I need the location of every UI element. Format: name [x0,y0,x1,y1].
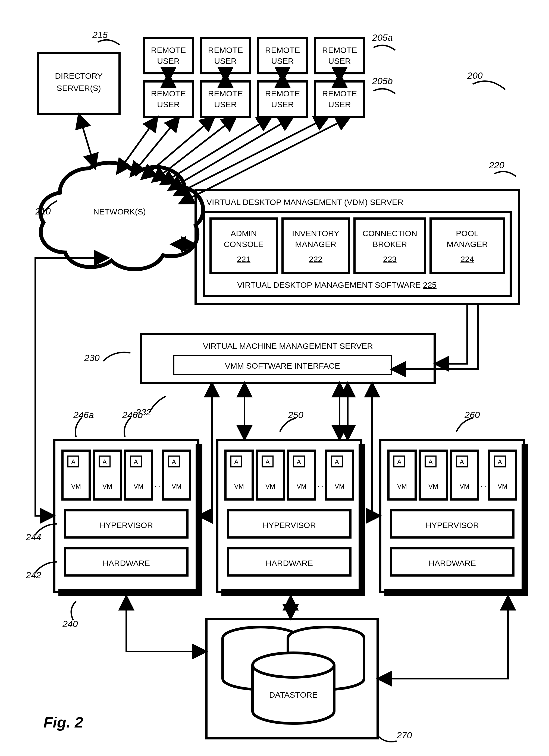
svg-rect-15 [315,81,364,117]
svg-text:USER: USER [157,56,179,65]
svg-text:· ·: · · [154,481,161,490]
svg-text:REMOTE: REMOTE [265,89,300,98]
pc-240 [54,440,202,596]
pc-250-text: AVM AVM AVM AVM · · HYPERVISOR HARDWARE [234,458,345,568]
svg-text:USER: USER [271,100,294,109]
svg-text:VM: VM [265,483,275,490]
svg-text:REMOTE: REMOTE [208,89,243,98]
remote-users-row1-text: REMOTEUSER REMOTEUSER REMOTEUSER REMOTEU… [151,46,357,65]
ref-224: 224 [460,255,474,264]
svg-text:VM: VM [397,483,407,490]
svg-rect-97 [380,440,524,592]
svg-text:A: A [71,458,75,466]
svg-rect-3 [315,38,364,73]
svg-text:VM: VM [335,483,345,490]
ref-210: 210 [35,206,51,216]
svg-text:A: A [335,458,339,466]
svg-rect-2 [258,38,307,73]
svg-rect-76 [225,451,252,499]
svg-text:ADMIN: ADMIN [230,229,257,238]
ref-250: 250 [288,410,304,420]
svg-rect-73 [217,440,361,592]
svg-text:USER: USER [328,100,351,109]
svg-text:HARDWARE: HARDWARE [103,559,150,568]
svg-rect-49 [54,440,198,592]
ref-246a: 246a [73,410,94,420]
ref-225: 225 [423,280,437,289]
pc-240-text: AVM AVM AVM AVM · · HYPERVISOR HARDWARE [71,458,181,568]
svg-text:A: A [428,458,433,466]
svg-rect-106 [489,451,516,499]
svg-text:A: A [460,458,464,466]
svg-text:USER: USER [328,56,351,65]
svg-rect-54 [94,451,121,499]
svg-rect-13 [201,81,250,117]
ref-270: 270 [396,730,412,740]
svg-text:VM: VM [460,483,469,490]
ref-223: 223 [383,255,397,264]
svg-point-126 [252,653,334,677]
svg-text:A: A [102,458,107,466]
svg-text:A: A [234,458,238,466]
svg-text:REMOTE: REMOTE [151,89,186,98]
svg-text:HARDWARE: HARDWARE [266,559,313,568]
svg-text:MANAGER: MANAGER [447,240,488,249]
svg-rect-0 [144,38,193,73]
directory-label: DIRECTORY [55,71,103,80]
svg-rect-51 [195,444,202,596]
svg-line-32 [152,117,236,182]
svg-text:· ·: · · [480,481,487,490]
svg-text:A: A [134,458,138,466]
link-cloud-pc1 [35,258,109,516]
ref-260: 260 [464,410,480,420]
lead-230 [103,352,130,361]
lead-200 [473,81,505,90]
svg-rect-104 [451,451,478,499]
svg-rect-75 [359,444,365,596]
svg-rect-98 [384,589,528,596]
pc-250 [217,440,365,596]
ref-215: 215 [92,30,108,40]
lead-232 [149,396,166,413]
svg-rect-102 [420,451,447,499]
networks-label: NETWORK(S) [93,207,146,216]
ref-246b: 246b [122,410,143,420]
ref-222: 222 [309,255,323,264]
svg-text:A: A [498,458,502,466]
vdm-title: VIRTUAL DESKTOP MANAGEMENT (VDM) SERVER [206,198,403,207]
svg-text:VM: VM [297,483,307,490]
svg-rect-80 [288,451,315,499]
svg-text:MANAGER: MANAGER [295,240,336,249]
svg-text:VM: VM [71,483,81,490]
svg-rect-1 [201,38,250,73]
svg-text:HYPERVISOR: HYPERVISOR [426,521,479,530]
ref-205b: 205b [372,76,393,86]
vmmsi-label: VMM SOFTWARE INTERFACE [225,361,340,370]
svg-text:A: A [297,458,301,466]
svg-text:A: A [265,458,270,466]
figure-caption: Fig. 2 [43,714,83,731]
lead-215 [98,40,119,45]
svg-text:VM: VM [498,483,507,490]
vdm-module-labels: ADMINCONSOLE 221 INVENTORYMANAGER 222 CO… [224,229,488,264]
svg-line-34 [168,117,294,190]
svg-rect-99 [522,444,528,596]
ref-244: 244 [26,532,41,542]
svg-text:VM: VM [428,483,438,490]
svg-text:HYPERVISOR: HYPERVISOR [100,521,153,530]
ref-221: 221 [237,255,250,264]
svg-rect-52 [62,451,90,499]
svg-text:HYPERVISOR: HYPERVISOR [263,521,316,530]
svg-text:· ·: · · [317,481,324,490]
datastore-cylinders [223,627,364,723]
svg-rect-12 [144,81,193,117]
pc-260-text: AVM AVM AVM AVM · · HYPERVISOR HARDWARE [397,458,507,568]
ref-220: 220 [489,160,504,170]
ref-200: 200 [467,70,483,81]
svg-rect-78 [257,451,284,499]
svg-rect-74 [221,589,365,596]
ref-242: 242 [26,570,41,580]
lead-205a [374,45,395,50]
svg-rect-50 [58,589,202,596]
svg-text:USER: USER [271,56,294,65]
